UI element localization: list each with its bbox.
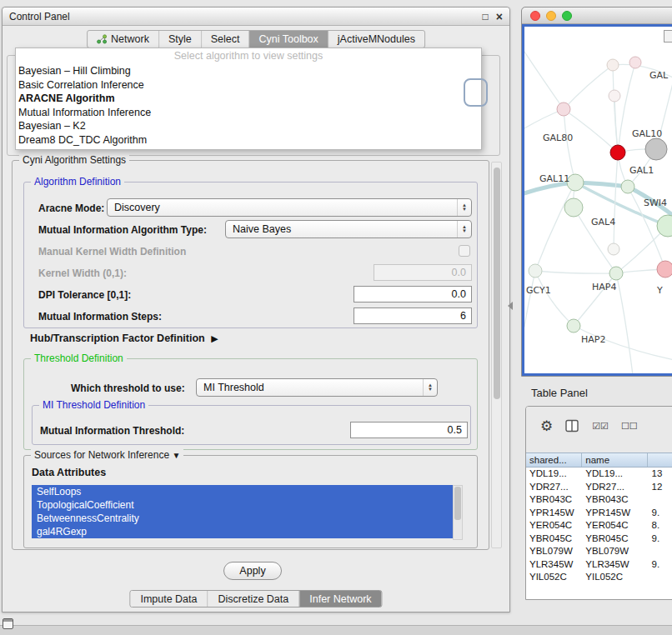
table-cell: YPR145W — [526, 507, 582, 520]
network-edge[interactable] — [564, 109, 575, 182]
network-node[interactable] — [657, 215, 672, 237]
table-row[interactable]: YPR145WYPR145W9. — [526, 507, 672, 520]
network-node[interactable] — [621, 180, 634, 193]
table-row[interactable]: YER054CYER054C8. — [526, 519, 672, 532]
select-all-checkboxes-icon[interactable]: ☑☑ — [592, 422, 609, 431]
algorithm-option-mutual-information-inference[interactable]: Mutual Information Inference — [16, 106, 481, 120]
dropdown-prompt: Select algorithm to view settings — [16, 48, 481, 64]
kernel-width-field: 0.0 — [374, 264, 472, 281]
data-attributes-list: SelfLoopsTopologicalCoefficientBetweenne… — [32, 485, 453, 538]
table-cell: 9. — [649, 558, 672, 572]
algorithm-option-bayesian-k2[interactable]: Bayesian – K2 — [16, 119, 481, 133]
mi-steps-field[interactable]: 6 — [354, 308, 472, 324]
control-panel-window: Control Panel □ × NetworkStyleSelectCyni… — [2, 7, 510, 612]
settings-scrollbar[interactable] — [491, 162, 502, 548]
dpi-tolerance-field[interactable]: 0.0 — [354, 286, 472, 302]
table-cell: YBL079W — [582, 545, 648, 558]
aracne-mode-combobox[interactable]: Discovery ▲▼ — [107, 198, 472, 217]
tab-style[interactable]: Style — [159, 31, 202, 48]
column-header-name[interactable]: name — [582, 453, 648, 467]
gear-icon[interactable]: ⚙ — [540, 419, 553, 433]
network-edge[interactable] — [614, 152, 618, 249]
close-window-icon[interactable]: × — [496, 12, 503, 22]
network-node[interactable] — [610, 145, 625, 160]
control-panel-titlebar[interactable]: Control Panel □ × — [3, 8, 509, 26]
columns-icon[interactable] — [565, 419, 579, 432]
attributes-scrollbar-thumb[interactable] — [454, 487, 461, 520]
table-row[interactable]: YDR27...YDR27...12 — [526, 481, 672, 494]
birdseye-toggle[interactable] — [664, 30, 672, 42]
deselect-all-checkboxes-icon[interactable]: ☐☐ — [621, 422, 638, 431]
hub-section-label: Hub/Transcription Factor Definition — [30, 332, 205, 344]
network-node[interactable] — [564, 198, 583, 217]
network-node[interactable] — [607, 59, 619, 71]
apply-button[interactable]: Apply — [223, 562, 282, 580]
network-window-titlebar[interactable] — [522, 8, 672, 24]
tab-select[interactable]: Select — [202, 31, 250, 48]
network-node[interactable] — [567, 319, 580, 332]
network-edge[interactable] — [616, 273, 633, 373]
column-header-2[interactable] — [648, 453, 672, 467]
table-cell: YBL079W — [526, 545, 582, 558]
network-edge[interactable] — [524, 271, 535, 327]
table-row[interactable]: YLR345WYLR345W9. — [526, 558, 672, 572]
attribute-item-topologicalcoefficient[interactable]: TopologicalCoefficient — [32, 498, 453, 512]
network-edge[interactable] — [564, 109, 618, 152]
table-row[interactable]: YBR043CYBR043C — [526, 493, 672, 507]
attribute-item-betweennesscentrality[interactable]: BetweennessCentrality — [32, 512, 453, 525]
network-node[interactable] — [657, 261, 672, 278]
table-cell: 9. — [649, 532, 672, 546]
settings-scrollbar-thumb[interactable] — [494, 168, 500, 399]
bottom-tab-infer-network[interactable]: Infer Network — [299, 591, 381, 607]
hub-section-header[interactable]: Hub/Transcription Factor Definition ▶ — [30, 332, 218, 344]
network-node[interactable] — [608, 243, 619, 255]
attributes-list-scrollbar[interactable] — [453, 485, 463, 540]
network-edge[interactable] — [535, 271, 616, 273]
network-node[interactable] — [609, 267, 623, 280]
splitter-handle[interactable] — [508, 302, 513, 310]
minimize-traffic-light[interactable] — [546, 11, 556, 21]
close-traffic-light[interactable] — [530, 11, 540, 21]
algorithm-option-basic-correlation-inference[interactable]: Basic Correlation Inference — [16, 78, 481, 92]
mi-type-combobox[interactable]: Naive Bayes ▲▼ — [225, 220, 472, 238]
bottom-tab-impute-data[interactable]: Impute Data — [130, 591, 208, 607]
which-threshold-combobox[interactable]: MI Threshold ▲▼ — [196, 378, 438, 397]
tab-cyni-toolbox[interactable]: Cyni Toolbox — [249, 31, 328, 48]
expand-triangle-icon: ▶ — [211, 333, 218, 343]
network-edge[interactable] — [564, 65, 613, 109]
column-header-shared[interactable]: shared... — [526, 453, 582, 467]
sources-group-title[interactable]: Sources for Network Inference ▼ — [31, 449, 183, 461]
table-cell: YDL19... — [526, 468, 582, 481]
network-edge[interactable] — [535, 182, 575, 271]
zoom-traffic-light[interactable] — [562, 11, 572, 21]
tab-jactivemnodules[interactable]: jActiveMNodules — [328, 31, 424, 48]
network-node[interactable] — [529, 264, 542, 278]
network-node[interactable] — [557, 102, 570, 116]
aracne-mode-label: Aracne Mode: — [38, 202, 104, 214]
table-row[interactable]: YDL19...YDL19...13 — [526, 468, 672, 481]
algorithm-option-dream8-dc-tdc-algorithm[interactable]: Dream8 DC_TDC Algorithm — [16, 133, 481, 148]
data-attributes-label: Data Attributes — [32, 467, 106, 478]
algorithm-option-aracne-algorithm[interactable]: ARACNE Algorithm — [16, 92, 481, 106]
network-edge[interactable] — [524, 52, 564, 109]
network-node[interactable] — [629, 57, 641, 68]
attribute-item-selfloops[interactable]: SelfLoops — [32, 485, 453, 498]
table-row[interactable]: YBL079WYBL079W — [526, 545, 672, 558]
bottom-tab-discretize-data[interactable]: Discretize Data — [208, 591, 300, 607]
table-row[interactable]: YBR045CYBR045C9. — [526, 532, 672, 546]
mi-threshold-group-title: MI Threshold Definition — [39, 399, 148, 411]
algorithm-option-bayesian-hill-climbing[interactable]: Bayesian – Hill Climbing — [16, 64, 481, 78]
desktop: Control Panel □ × NetworkStyleSelectCyni… — [0, 0, 672, 635]
float-window-icon[interactable]: □ — [483, 12, 489, 22]
mi-threshold-field[interactable]: 0.5 — [350, 422, 468, 438]
network-node[interactable] — [645, 138, 667, 160]
node-label-hap4: HAP4 — [592, 282, 616, 292]
minimized-panel-icon[interactable] — [3, 618, 13, 629]
tab-label: Network — [111, 33, 149, 45]
network-edge[interactable] — [535, 271, 574, 326]
tab-network[interactable]: Network — [88, 31, 159, 48]
network-node[interactable] — [609, 90, 620, 102]
network-canvas[interactable]: GALGAL80GAL10GAL11GAL1SWI4GAL4GCY1HAP4YH… — [524, 27, 672, 373]
table-row[interactable]: YIL052CYIL052C — [526, 571, 672, 584]
attribute-item-gal4rgexp[interactable]: gal4RGexp — [32, 525, 453, 538]
